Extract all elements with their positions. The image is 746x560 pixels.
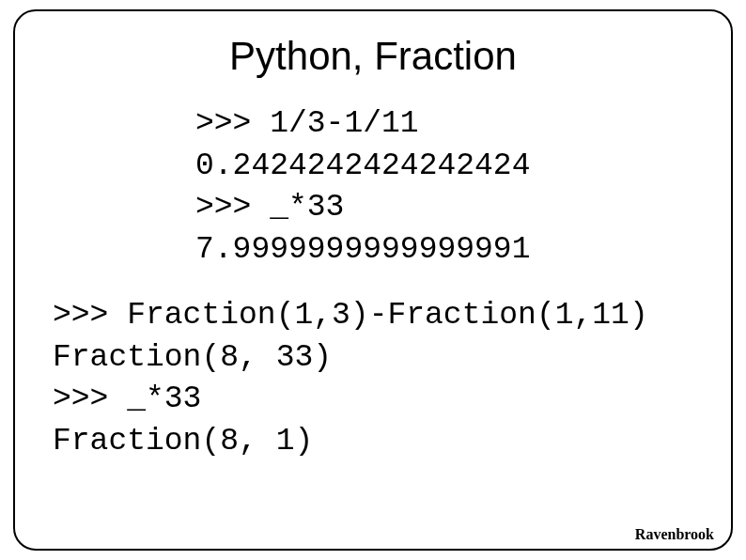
footer-brand: Ravenbrook — [635, 526, 714, 543]
code-line: 0.2424242424242424 — [195, 148, 530, 183]
code-line: 7.9999999999999991 — [195, 232, 530, 267]
code-line: >>> 1/3-1/11 — [195, 106, 419, 141]
code-line: >>> Fraction(1,3)-Fraction(1,11) — [53, 298, 648, 333]
code-line: Fraction(8, 33) — [53, 340, 332, 375]
code-line: Fraction(8, 1) — [53, 424, 313, 459]
slide-frame: Python, Fraction >>> 1/3-1/11 0.24242424… — [13, 9, 733, 551]
code-line: >>> _*33 — [195, 190, 344, 225]
code-line: >>> _*33 — [53, 381, 201, 416]
code-block-float: >>> 1/3-1/11 0.2424242424242424 >>> _*33… — [195, 103, 703, 271]
code-block-fraction: >>> Fraction(1,3)-Fraction(1,11) Fractio… — [53, 295, 703, 462]
slide-title: Python, Fraction — [43, 34, 703, 79]
